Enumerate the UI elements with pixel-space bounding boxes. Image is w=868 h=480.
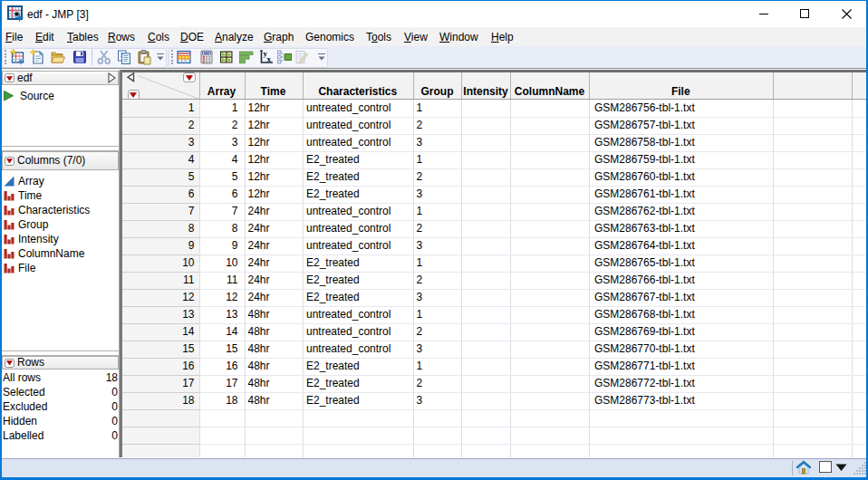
svg-text:x: x (267, 54, 272, 63)
